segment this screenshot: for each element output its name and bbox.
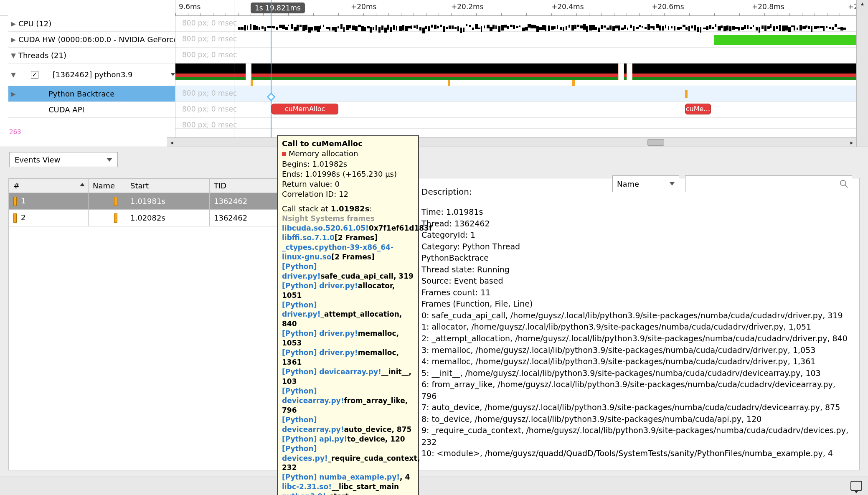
tooltip-return: Return value: 0 [282, 179, 414, 189]
description-line: PythonBacktrace [421, 252, 853, 264]
description-line: 10: <module>, /home/guysz/quadd/QuadD/To… [421, 448, 853, 459]
chat-icon[interactable] [850, 481, 862, 491]
tooltip-begins: Begins: 1.01982s [282, 159, 414, 169]
lane-placeholder: 800 px; 0 msec [175, 48, 856, 59]
ruler-tick: +20.8ms [752, 3, 784, 11]
ruler-tick: +20.6ms [652, 3, 684, 11]
description-line: Thread: 1362462 [421, 218, 853, 230]
table-header[interactable]: # [9, 179, 89, 193]
stack-frame: libcuda.so.520.61.05!0x7f1ef61d183f [282, 223, 414, 233]
timeline-lane[interactable]: 800 px; 0 msec [175, 48, 856, 63]
timeline-lane[interactable]: 800 px; 0 mseccuMemAlloccuMe… [175, 102, 856, 118]
checkbox[interactable]: ✓ [31, 71, 38, 79]
lane-placeholder: 800 px; 0 msec [175, 86, 856, 97]
description-line: 4: memalloc, /home/guysz/.local/lib/pyth… [421, 356, 853, 368]
view-selector[interactable]: Events View [9, 152, 118, 167]
stack-frame: [Python] driver.py!allocator, 1051 [282, 281, 414, 300]
description-line: CategoryId: 1 [421, 229, 853, 241]
filter-field-dropdown[interactable]: Name [612, 178, 679, 192]
table-header[interactable]: Name [89, 179, 126, 193]
stack-frame: libffi.so.7.1.0[2 Frames] [282, 233, 414, 243]
search-input[interactable] [685, 178, 852, 192]
time-ruler[interactable]: 9.6ms+20ms+20.2ms+20.4ms+20.6ms+20.8ms+2… [175, 0, 856, 16]
description-line: Frames count: 11 [421, 287, 853, 299]
description-line: Frames (Function, File, Line) [421, 298, 853, 310]
status-bar [0, 477, 868, 495]
playhead-badge: 1s 19.821ms [251, 3, 305, 13]
tree-row-label: CUDA API [18, 105, 175, 114]
expand-icon[interactable]: ▶ [8, 36, 18, 43]
stack-frame: [Python] api.py!to_device, 120 [282, 434, 414, 444]
ruler-tick: +20.2ms [451, 3, 484, 11]
stack-frame: [Python] driver.py!_attempt_allocation, … [282, 300, 414, 329]
tree-row-label: Python Backtrace [18, 89, 175, 98]
row-menu-icon[interactable] [171, 73, 175, 76]
row-count-label: 263 [9, 128, 21, 136]
event-color-icon [114, 197, 117, 206]
expand-icon[interactable]: ▶ [8, 20, 18, 28]
ruler-tick: +20ms [351, 3, 376, 11]
description-line: 5: __init__, /home/guysz/.local/lib/pyth… [421, 368, 853, 379]
table-header[interactable]: Start [126, 179, 210, 193]
stack-frame: [Python] devicearray.py!from_array_like,… [282, 386, 414, 415]
stack-frame: libc-2.31.so!__libc_start_main [282, 482, 414, 492]
stack-frame: [Python] devices.py!_require_cuda_contex… [282, 444, 414, 473]
stack-frame: python3.9!_start [282, 492, 414, 495]
stack-frame: _ctypes.cpython-39-x86_64-linux-gnu.so[2… [282, 243, 414, 262]
tree-row[interactable]: ▶CUDA HW (0000:06:00.0 - NVIDIA GeForce … [8, 32, 175, 48]
description-line: 6: from_array_like, /home/guysz/.local/l… [421, 379, 853, 402]
timeline-tree[interactable]: ▶CPU (12)▶CUDA HW (0000:06:00.0 - NVIDIA… [8, 0, 175, 147]
horizontal-scrollbar[interactable]: ◂ ▸ [167, 137, 856, 147]
ruler-tick: +20.4ms [551, 3, 584, 11]
timeline-lane[interactable] [175, 63, 856, 86]
search-icon [839, 179, 848, 188]
timeline-lane[interactable]: 800 px; 0 msec [175, 16, 856, 32]
expand-icon[interactable]: ▼ [8, 71, 18, 79]
stack-frame: [Python] driver.py!memalloc, 1361 [282, 348, 414, 367]
description-line: 8: to_device, /home/guysz/.local/lib/pyt… [421, 414, 853, 425]
tooltip-sysframes: Nsight Systems frames [282, 214, 375, 223]
tooltip-corr: Correlation ID: 12 [282, 189, 414, 199]
lane-placeholder: 800 px; 0 msec [175, 16, 856, 27]
description-line: 0: safe_cuda_api_call, /home/guysz/.loca… [421, 310, 853, 322]
tooltip-kind: Memory allocation [289, 149, 358, 158]
tree-row[interactable]: ▼✓[1362462] python3.9 [8, 63, 175, 86]
description-line: Source: Event based [421, 275, 853, 287]
stack-frame: [Python] driver.py!safe_cuda_api_call, 3… [282, 262, 414, 281]
sort-asc-icon [80, 183, 85, 186]
description-line: Time: 1.01981s [421, 206, 853, 218]
description-line: Category: Python Thread [421, 241, 853, 253]
chevron-down-icon [670, 182, 675, 185]
tree-row[interactable]: ▶Python Backtrace [8, 86, 175, 102]
timeline-lane[interactable]: 800 px; 0 msec [175, 118, 856, 129]
description-line: Thread state: Running [421, 264, 853, 276]
expand-icon[interactable]: ▶ [8, 90, 18, 98]
tree-row-label: CPU (12) [18, 19, 175, 28]
gpu-activity-block[interactable] [714, 35, 856, 45]
timeline-lane[interactable]: 800 px; 0 msec [175, 32, 856, 48]
description-line: 1: allocator, /home/guysz/.local/lib/pyt… [421, 321, 853, 333]
lower-panels: Events View #NameStartTID 11.01981s13624… [0, 147, 868, 473]
tree-row[interactable]: ▼Threads (21) [8, 48, 175, 63]
timeline-panel: 1s ▶CPU (12)▶CUDA HW (0000:06:00.0 - NVI… [0, 0, 868, 147]
expand-icon[interactable]: ▼ [8, 52, 18, 59]
chevron-down-icon [107, 158, 112, 162]
tree-row[interactable]: CUDA API [8, 102, 175, 118]
cuda-call-pill[interactable]: cuMe… [685, 104, 711, 114]
tooltip-ends: Ends: 1.01998s (+165.230 µs) [282, 169, 414, 179]
cuda-call-pill[interactable]: cuMemAlloc [272, 104, 338, 114]
tree-row-label: Threads (21) [18, 51, 175, 60]
description-line: 3: memalloc, /home/guysz/.local/lib/pyth… [421, 345, 853, 356]
svg-point-0 [840, 180, 846, 186]
stack-frame: [Python] driver.py!memalloc, 1053 [282, 329, 414, 348]
description-line: 7: auto_device, /home/guysz/.local/lib/p… [421, 402, 853, 414]
tree-row-label: [1362462] python3.9 [42, 70, 168, 79]
timeline-lane[interactable]: 800 px; 0 msec [175, 86, 856, 102]
vertical-scrollbar[interactable]: ▴ [856, 0, 868, 147]
event-color-icon [13, 197, 17, 206]
tree-row[interactable]: ▶CPU (12) [8, 16, 175, 32]
svg-line-1 [845, 185, 848, 188]
tooltip-stack-header: Call stack at 1.01982s: [282, 204, 414, 214]
ruler-divider [234, 0, 234, 137]
tree-row-label: CUDA HW (0000:06:00.0 - NVIDIA GeForce R… [18, 35, 175, 44]
